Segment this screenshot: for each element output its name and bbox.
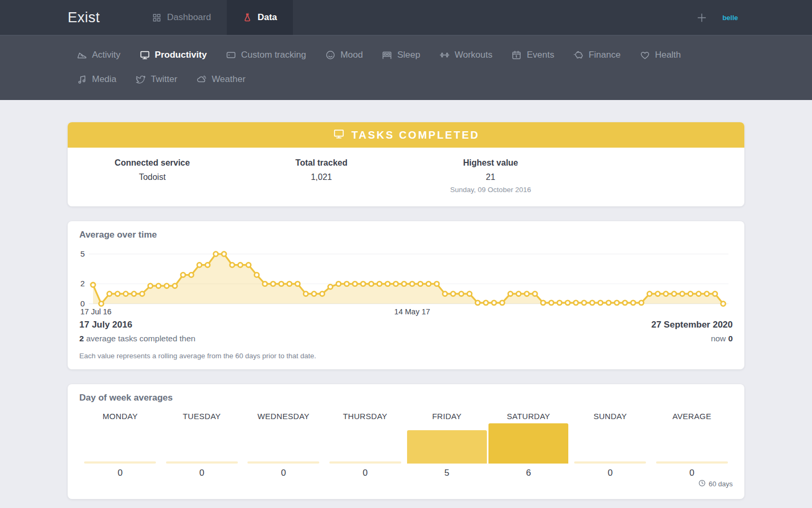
card-title: Average over time xyxy=(79,230,733,240)
nav-data-label: Data xyxy=(257,12,277,23)
flask-icon xyxy=(243,13,252,22)
dow-label: TUESDAY xyxy=(161,412,243,422)
dow-column-friday: FRIDAY 5 xyxy=(406,412,488,478)
subnav-label: Sleep xyxy=(397,50,420,60)
dow-value: 6 xyxy=(488,468,570,478)
dow-column-saturday: SATURDAY 6 xyxy=(488,412,570,478)
stat-connected-service: Connected service Todoist xyxy=(68,158,237,194)
dow-label: WEDNESDAY xyxy=(243,412,325,422)
dow-baseline xyxy=(656,461,728,464)
nav-dashboard[interactable]: Dashboard xyxy=(136,0,227,35)
topbar-right: belle xyxy=(696,0,812,35)
app-logo[interactable]: Exist xyxy=(68,0,100,35)
piggy-bank-icon xyxy=(573,50,584,60)
dow-value: 0 xyxy=(569,468,651,478)
subnav-item-events[interactable]: Events xyxy=(511,50,554,60)
dow-barzone xyxy=(488,422,570,464)
subnav-label: Weather xyxy=(211,74,245,85)
subnav-label: Media xyxy=(92,74,116,85)
svg-text:5: 5 xyxy=(80,249,85,258)
subnav-item-health[interactable]: Health xyxy=(640,50,681,60)
stat-date: Sunday, 09 October 2016 xyxy=(406,186,575,194)
primary-nav: Dashboard Data xyxy=(136,0,293,35)
category-nav: Activity Productivity Custom tracking Mo… xyxy=(0,35,812,100)
subnav-label: Finance xyxy=(588,50,620,60)
dow-column-sunday: SUNDAY 0 xyxy=(569,412,651,478)
username-link[interactable]: belle xyxy=(722,14,738,22)
dumbbell-icon xyxy=(439,50,450,60)
dow-column-tuesday: TUESDAY 0 xyxy=(161,412,243,478)
dow-label: SATURDAY xyxy=(488,412,570,422)
music-note-icon xyxy=(77,74,87,85)
dow-baseline xyxy=(84,461,156,464)
category-nav-row-2: Media Twitter Weather xyxy=(77,67,812,92)
dow-value: 0 xyxy=(325,468,407,478)
chart-footnote: Each value represents a rolling average … xyxy=(79,352,733,360)
range-end-label: now xyxy=(711,334,728,343)
subnav-item-weather[interactable]: Weather xyxy=(196,74,245,85)
dow-baseline xyxy=(329,461,401,464)
stat-label: Highest value xyxy=(406,158,575,168)
subnav-item-finance[interactable]: Finance xyxy=(573,50,620,60)
twitter-bird-icon xyxy=(135,74,146,85)
dow-value: 5 xyxy=(406,468,488,478)
main-content: TASKS COMPLETED Connected service Todois… xyxy=(0,100,812,499)
dow-label: AVERAGE xyxy=(651,412,733,422)
subnav-label: Mood xyxy=(340,50,363,60)
period-badge: 60 days xyxy=(79,479,733,489)
stat-label: Total tracked xyxy=(237,158,406,168)
range-start-text: average tasks completed then xyxy=(84,334,196,343)
subnav-item-custom-tracking[interactable]: Custom tracking xyxy=(226,50,306,60)
subnav-item-productivity[interactable]: Productivity xyxy=(140,50,207,60)
dow-column-wednesday: WEDNESDAY 0 xyxy=(243,412,325,478)
subnav-item-mood[interactable]: Mood xyxy=(325,50,363,60)
svg-text:14 May 17: 14 May 17 xyxy=(394,307,430,316)
subnav-label: Events xyxy=(527,50,554,60)
add-icon[interactable] xyxy=(696,12,707,23)
dow-bar xyxy=(407,430,487,464)
subnav-item-twitter[interactable]: Twitter xyxy=(135,74,177,85)
range-end-value: 0 xyxy=(728,334,733,343)
subnav-item-workouts[interactable]: Workouts xyxy=(439,50,493,60)
average-over-time-card: Average over time 02517 Jul 1614 May 17 … xyxy=(68,221,744,369)
subnav-item-media[interactable]: Media xyxy=(77,74,116,85)
subnav-label: Activity xyxy=(92,50,121,60)
dow-label: MONDAY xyxy=(79,412,161,422)
dow-value: 0 xyxy=(161,468,243,478)
range-start-value: 2 xyxy=(79,334,84,343)
svg-text:0: 0 xyxy=(80,299,85,308)
range-end-date: 27 September 2020 xyxy=(651,320,733,330)
dow-label: FRIDAY xyxy=(406,412,488,422)
nav-dashboard-label: Dashboard xyxy=(167,12,211,23)
dow-bar xyxy=(488,423,568,464)
dow-barzone xyxy=(325,422,407,464)
tag-icon xyxy=(226,50,236,60)
dow-baseline xyxy=(247,461,319,464)
range-start-desc: 2 average tasks completed then xyxy=(79,334,196,343)
stat-value: Todoist xyxy=(68,173,237,182)
dow-column-thursday: THURSDAY 0 xyxy=(325,412,407,478)
subnav-item-sleep[interactable]: Sleep xyxy=(382,50,420,60)
subnav-item-activity[interactable]: Activity xyxy=(77,50,121,60)
dow-baseline xyxy=(166,461,238,464)
period-label: 60 days xyxy=(708,480,733,488)
svg-text:2: 2 xyxy=(80,279,85,288)
calendar-icon xyxy=(511,50,522,60)
dow-barzone xyxy=(569,422,651,464)
top-navbar: Exist Dashboard Data belle xyxy=(0,0,812,35)
range-end-desc: now 0 xyxy=(651,334,733,343)
dow-column-monday: MONDAY 0 xyxy=(79,412,161,478)
stat-spacer xyxy=(575,158,744,194)
category-nav-row-1: Activity Productivity Custom tracking Mo… xyxy=(77,43,812,67)
weather-cloud-sun-icon xyxy=(196,74,207,85)
chart-date-range: 17 July 2016 2 average tasks completed t… xyxy=(79,320,733,343)
dow-barzone xyxy=(79,422,161,464)
dow-value: 0 xyxy=(651,468,733,478)
dow-label: THURSDAY xyxy=(325,412,407,422)
dow-column-average: AVERAGE 0 xyxy=(651,412,733,478)
dow-barzone xyxy=(243,422,325,464)
stat-total-tracked: Total tracked 1,021 xyxy=(237,158,406,194)
subnav-label: Workouts xyxy=(455,50,493,60)
range-start: 17 July 2016 2 average tasks completed t… xyxy=(79,320,196,343)
nav-data[interactable]: Data xyxy=(227,0,293,35)
